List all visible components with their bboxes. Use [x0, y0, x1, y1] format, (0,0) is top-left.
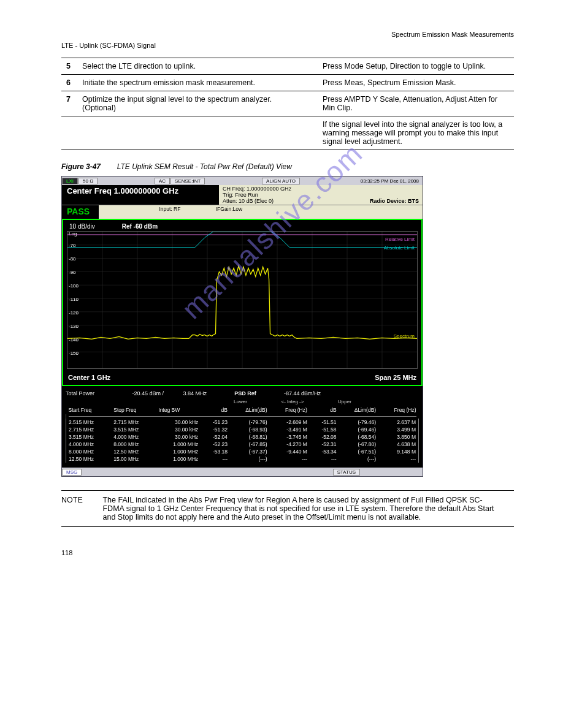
- step-notes: Press Meas, Spectrum Emission Mask.: [310, 75, 514, 91]
- results-panel: Total Power -20.45 dBm / 3.84 MHz PSD Re…: [62, 386, 423, 468]
- input-label: Input: RF: [159, 206, 214, 212]
- sense-label: SENSE:INT: [170, 178, 205, 184]
- note-block: NOTE The FAIL indicated in the Abs Pwr F…: [61, 490, 514, 527]
- trace-svg: [67, 232, 417, 368]
- page-header-left: LTE - Uplink (SC-FDMA) Signal: [61, 42, 514, 49]
- psd-ref-label: PSD Ref: [207, 390, 284, 396]
- step-action: Initiate the spectrum emission mask meas…: [77, 75, 310, 91]
- analyzer-screenshot: LXI 50 Ω AC SENSE:INT ALIGN AUTO 03:32:2…: [61, 176, 423, 477]
- analyzer-topbar: LXI 50 Ω AC SENSE:INT ALIGN AUTO 03:32:2…: [62, 176, 423, 185]
- steps-table: 5 Select the LTE direction to uplink. Pr…: [61, 58, 514, 150]
- results-table: Start Freq Stop Freq Integ BW dB ΔLim(dB…: [66, 406, 419, 463]
- table-row: 2.515 MHz2.715 MHz30.00 kHz-51.23(-79.76…: [66, 419, 419, 426]
- timestamp: 03:32:25 PM Dec 01, 2008: [357, 178, 423, 184]
- ref-label: Ref -60 dBm: [122, 223, 158, 230]
- step-action: Select the LTE direction to uplink.: [77, 58, 310, 75]
- note-label: NOTE: [61, 496, 101, 504]
- table-row: 8.000 MHz12.50 MHz1.000 MHz-53.18(-67.37…: [66, 448, 419, 455]
- note-text: The FAIL indicated in the Abs Pwr Freq v…: [102, 496, 495, 521]
- plot-span: Span 25 MHz: [375, 374, 416, 381]
- step-notes: Press Mode Setup, Direction to toggle to…: [310, 58, 514, 75]
- step-number: 6: [61, 75, 77, 91]
- step-number: 5: [61, 58, 77, 75]
- center-freq: Center Freq 1.000000000 GHz: [62, 185, 219, 205]
- total-power-label: Total Power: [66, 390, 109, 396]
- step-notes: If the signal level into the signal anal…: [310, 116, 514, 150]
- plot-area: Log -70 -80 -90 -100 -110 -120 -130 -140…: [67, 231, 418, 369]
- page-number: 118: [61, 549, 514, 556]
- step-notes: Press AMPTD Y Scale, Attenuation, Adjust…: [310, 91, 514, 116]
- status-label: STATUS: [333, 469, 360, 476]
- ifgain-label: IFGain:Low: [216, 206, 271, 212]
- table-row: 2.715 MHz3.515 MHz30.00 kHz-51.32(-68.93…: [66, 426, 419, 433]
- center-freq-bar: Center Freq 1.000000000 GHz CH Freq: 1.0…: [62, 185, 423, 205]
- align-label: ALIGN AUTO: [262, 178, 300, 184]
- figure-caption: Figure 3-47 LTE Uplink SEM Result - Tota…: [61, 162, 514, 171]
- pass-indicator: PASS: [62, 205, 99, 219]
- table-row: 4.000 MHz8.000 MHz1.000 MHz-52.23(-67.85…: [66, 441, 419, 448]
- ch-info-panel: CH Freq: 1.000000000 GHz Trig: Free Run …: [219, 185, 423, 205]
- page-header-right: Spectrum Emission Mask Measurements: [61, 31, 514, 38]
- ac-label: AC: [155, 178, 170, 184]
- msg-bar: MSG STATUS: [62, 468, 423, 476]
- impedance-label: 50 Ω: [79, 178, 98, 184]
- lxi-badge: LXI: [62, 178, 78, 184]
- plot-frame: 10 dB/div Ref -60 dBm Log -70 -80 -90 -1…: [62, 219, 423, 386]
- msg-label: MSG: [62, 469, 82, 476]
- plot-center: Center 1 GHz: [68, 374, 110, 381]
- scale-label: 10 dB/div: [69, 223, 95, 230]
- table-row: 3.515 MHz4.000 MHz30.00 kHz-52.04(-68.81…: [66, 433, 419, 441]
- step-number: 7: [61, 91, 77, 116]
- step-action: Optimize the input signal level to the s…: [77, 91, 310, 116]
- table-row: 12.50 MHz15.00 MHz1.000 MHz---(---)-----…: [66, 455, 419, 463]
